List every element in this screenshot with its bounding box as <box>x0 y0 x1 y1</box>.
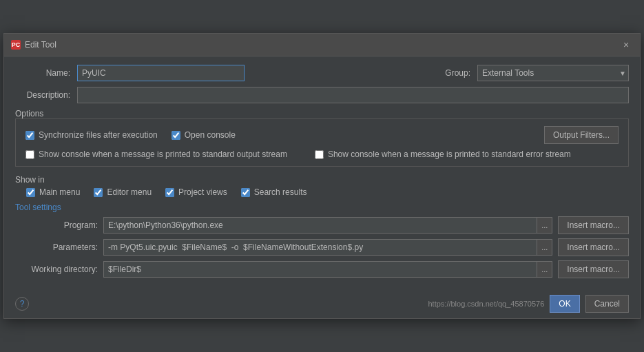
program-row: Program: ... Insert macro... <box>15 216 629 234</box>
options-row-2: Show console when a message is printed t… <box>25 149 619 159</box>
options-right: Output Filters... <box>544 126 619 144</box>
editor-menu-checkbox[interactable] <box>94 188 103 197</box>
project-views-label: Project views <box>178 187 227 197</box>
program-dots-button[interactable]: ... <box>537 217 552 234</box>
show-stdout-row: Show console when a message is printed t… <box>25 149 287 159</box>
search-results-label: Search results <box>254 187 307 197</box>
parameters-macro-button[interactable]: Insert macro... <box>558 238 629 256</box>
show-stderr-row: Show console when a message is printed t… <box>315 149 571 159</box>
working-dir-macro-button[interactable]: Insert macro... <box>558 260 629 278</box>
parameters-input-wrapper: ... <box>103 239 552 256</box>
description-label: Description: <box>15 90 70 100</box>
program-input-wrapper: ... <box>103 217 552 234</box>
name-group-row: Name: Group: External Tools ▼ <box>15 65 629 81</box>
help-section: ? <box>15 297 29 311</box>
main-menu-row: Main menu <box>26 187 80 197</box>
dialog-content: Name: Group: External Tools ▼ Descriptio… <box>4 56 640 287</box>
project-views-row: Project views <box>165 187 227 197</box>
open-console-row: Open console <box>172 130 236 140</box>
edit-tool-dialog: PC Edit Tool × Name: Group: External Too… <box>3 33 641 319</box>
search-results-row: Search results <box>241 187 307 197</box>
working-dir-dots-button[interactable]: ... <box>537 261 552 278</box>
group-label: Group: <box>415 68 470 78</box>
working-dir-row: Working directory: ... Insert macro... <box>15 260 629 278</box>
show-in-title: Show in <box>15 175 629 185</box>
editor-menu-row: Editor menu <box>94 187 152 197</box>
main-menu-checkbox[interactable] <box>26 188 35 197</box>
program-input[interactable] <box>103 217 537 234</box>
sync-files-row: Synchronize files after execution <box>25 130 158 140</box>
program-macro-button[interactable]: Insert macro... <box>558 216 629 234</box>
name-input[interactable] <box>77 65 245 81</box>
title-bar-left: PC Edit Tool <box>11 40 56 50</box>
working-dir-label: Working directory: <box>15 265 98 274</box>
help-icon[interactable]: ? <box>15 297 29 311</box>
parameters-row: Parameters: ... Insert macro... <box>15 238 629 256</box>
ok-button[interactable]: OK <box>550 295 579 313</box>
options-row-1: Synchronize files after execution Open c… <box>25 126 619 144</box>
tool-settings-section: Tool settings Program: ... Insert macro.… <box>15 203 629 278</box>
main-menu-label: Main menu <box>39 187 80 197</box>
bottom-right: https://blog.csdn.net/qq_45870576 OK Can… <box>428 295 629 313</box>
show-stderr-label: Show console when a message is printed t… <box>328 149 571 159</box>
show-stdout-label: Show console when a message is printed t… <box>39 149 287 159</box>
options-box: Synchronize files after execution Open c… <box>15 118 629 167</box>
title-bar: PC Edit Tool × <box>4 34 640 56</box>
show-stderr-checkbox[interactable] <box>315 150 324 159</box>
group-select[interactable]: External Tools <box>477 65 629 81</box>
output-filters-button[interactable]: Output Filters... <box>544 126 619 144</box>
sync-files-label: Synchronize files after execution <box>39 130 158 140</box>
project-views-checkbox[interactable] <box>165 188 174 197</box>
options-left: Synchronize files after execution Open c… <box>25 130 544 140</box>
options-section: Options Synchronize files after executio… <box>15 109 629 167</box>
group-select-wrapper: External Tools ▼ <box>477 65 629 81</box>
app-icon: PC <box>11 40 21 50</box>
show-stdout-checkbox[interactable] <box>25 150 34 159</box>
sync-files-checkbox[interactable] <box>25 131 34 140</box>
tool-settings-title: Tool settings <box>15 203 629 212</box>
parameters-input[interactable] <box>103 239 537 256</box>
search-results-checkbox[interactable] <box>241 188 250 197</box>
dialog-title: Edit Tool <box>25 40 56 50</box>
name-label: Name: <box>15 68 70 78</box>
working-dir-input[interactable] <box>103 261 537 278</box>
url-text: https://blog.csdn.net/qq_45870576 <box>428 300 544 308</box>
parameters-label: Parameters: <box>15 242 98 252</box>
description-row: Description: <box>15 87 629 103</box>
open-console-checkbox[interactable] <box>172 131 180 140</box>
parameters-dots-button[interactable]: ... <box>537 239 552 256</box>
working-dir-input-wrapper: ... <box>103 261 552 278</box>
bottom-bar: ? https://blog.csdn.net/qq_45870576 OK C… <box>4 289 640 318</box>
close-button[interactable]: × <box>619 38 633 52</box>
program-label: Program: <box>15 220 98 230</box>
open-console-label: Open console <box>185 130 236 140</box>
show-in-section: Show in Main menu Editor menu Project vi… <box>15 172 629 197</box>
show-in-checkboxes: Main menu Editor menu Project views Sear… <box>26 187 629 197</box>
options-title: Options <box>15 109 43 118</box>
description-input[interactable] <box>77 87 629 103</box>
editor-menu-label: Editor menu <box>107 187 152 197</box>
cancel-button[interactable]: Cancel <box>585 295 629 313</box>
